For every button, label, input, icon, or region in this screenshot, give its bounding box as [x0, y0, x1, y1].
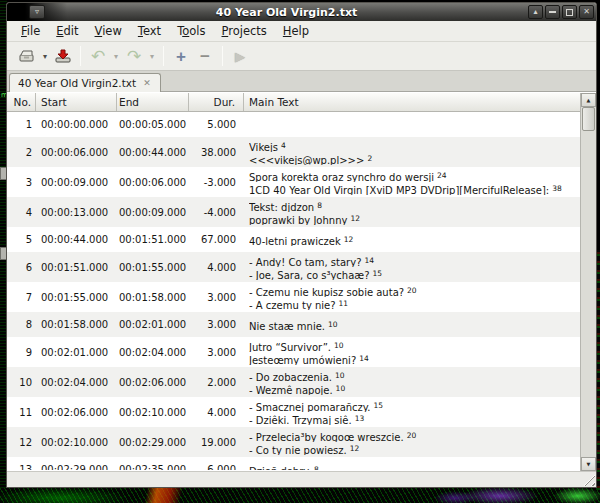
table-row[interactable]: 1100:02:06.00000:02:10.0004.000- Smaczne…	[7, 397, 580, 427]
cell-start: 00:02:29.000	[36, 464, 117, 470]
close-button[interactable]: ✕	[579, 5, 594, 19]
menu-tools[interactable]: Tools	[169, 22, 213, 40]
titlebar[interactable]: ▿ 40 Year Old Virgin2.txt ▴ ✕	[7, 3, 596, 21]
table-row[interactable]: 1300:02:29.00000:02:35.0006.000Dzieñ dob…	[7, 457, 580, 470]
cell-end: 00:01:51.000	[117, 234, 189, 245]
table-row[interactable]: 100:00:00.00000:00:05.0005.000	[7, 112, 580, 137]
cell-no: 6	[7, 262, 36, 273]
subtitle-table: No.StartEndDur.Main Text 100:00:00.00000…	[7, 92, 596, 471]
cell-end: 00:02:35.000	[117, 464, 189, 470]
cell-start: 00:00:06.000	[36, 147, 117, 158]
subtitle-table-body[interactable]: 100:00:00.00000:00:05.0005.000200:00:06.…	[7, 112, 580, 470]
table-row[interactable]: 600:01:51.00000:01:55.0004.000- Andy! Co…	[7, 252, 580, 282]
maximize-button[interactable]	[562, 5, 577, 19]
menu-help[interactable]: Help	[275, 22, 317, 40]
shade-button[interactable]: ▴	[528, 5, 543, 19]
cell-no: 11	[7, 407, 36, 418]
cell-end: 00:00:06.000	[117, 177, 189, 188]
tab-close-icon[interactable]: ✕	[143, 78, 151, 88]
cell-end: 00:00:05.000	[117, 119, 189, 130]
cell-dur: 4.000	[189, 262, 244, 273]
tab-current-file[interactable]: 40 Year Old Virgin2.txt ✕	[9, 73, 161, 92]
table-row[interactable]: 800:01:58.00000:02:01.0003.000Nie staæ m…	[7, 312, 580, 337]
save-icon	[54, 48, 72, 64]
preview-button[interactable]: ▶	[228, 44, 252, 68]
column-header-no[interactable]: No.	[7, 93, 36, 111]
close-icon: ✕	[583, 7, 590, 16]
cell-no: 8	[7, 319, 36, 330]
menu-text[interactable]: Text	[130, 22, 169, 40]
cell-start: 00:00:00.000	[36, 119, 117, 130]
insert-icon: +	[176, 48, 186, 65]
open-dropdown-button[interactable]: ▾	[39, 44, 51, 68]
undo-button[interactable]: ↶	[86, 44, 110, 68]
window-menu-button[interactable]: ▿	[29, 5, 45, 19]
cell-text: - Czemu nie kupisz sobie auta?20- A czem…	[244, 284, 580, 310]
vertical-scrollbar[interactable]: ▲ ▼	[581, 93, 596, 471]
column-header-dur[interactable]: Dur.	[189, 93, 244, 111]
cell-start: 00:01:51.000	[36, 262, 117, 273]
app-window: ▿ 40 Year Old Virgin2.txt ▴ ✕ FileEditVi…	[6, 2, 597, 488]
menu-file[interactable]: File	[13, 22, 48, 40]
cell-no: 13	[7, 464, 36, 470]
cell-dur: 4.000	[189, 407, 244, 418]
cell-text: - Smacznej pomarañczy.15- Dziêki. Trzyma…	[244, 399, 580, 425]
cell-end: 00:01:58.000	[117, 292, 189, 303]
cell-no: 10	[7, 377, 36, 388]
cell-no: 4	[7, 207, 36, 218]
scroll-up-icon: ▲	[587, 97, 591, 103]
table-row[interactable]: 1000:02:04.00000:02:06.0002.000- Do zoba…	[7, 367, 580, 397]
cell-text: 40-letni prawiczek12	[244, 233, 580, 246]
minimize-button[interactable]	[545, 5, 560, 19]
minimize-icon	[549, 6, 556, 13]
cell-no: 9	[7, 347, 36, 358]
save-button[interactable]	[51, 44, 75, 68]
window-title: 40 Year Old Virgin2.txt	[45, 6, 528, 19]
open-button[interactable]	[15, 44, 39, 68]
menu-projects[interactable]: Projects	[214, 22, 275, 40]
redo-dropdown-button[interactable]: ▾	[146, 44, 158, 68]
shade-icon: ▴	[533, 7, 537, 16]
status-bar	[7, 471, 596, 487]
scrollbar-thumb[interactable]	[582, 107, 595, 131]
table-header: No.StartEndDur.Main Text	[7, 93, 580, 112]
column-header-text[interactable]: Main Text	[244, 93, 580, 111]
scrollbar-track[interactable]	[581, 131, 596, 457]
redo-button[interactable]: ↷	[122, 44, 146, 68]
undo-icon: ↶	[91, 48, 105, 65]
remove-subtitle-button[interactable]: −	[193, 44, 217, 68]
redo-icon: ↷	[127, 48, 141, 65]
column-header-start[interactable]: Start	[36, 93, 117, 111]
cell-text: Vikejs4<<<vikejs@wp.pl>>>2	[244, 139, 580, 165]
scroll-up-button[interactable]: ▲	[581, 93, 596, 107]
cell-end: 00:02:10.000	[117, 407, 189, 418]
column-header-end[interactable]: End	[117, 93, 189, 111]
dropdown-icon: ▾	[150, 52, 154, 61]
cell-end: 00:01:55.000	[117, 262, 189, 273]
table-row[interactable]: 500:00:44.00000:01:51.00067.00040-letni …	[7, 227, 580, 252]
table-row[interactable]: 400:00:13.00000:00:09.000-4.000Tekst: dj…	[7, 197, 580, 227]
table-row[interactable]: 300:00:09.00000:00:06.000-3.000Spora kor…	[7, 167, 580, 197]
cell-end: 00:02:01.000	[117, 319, 189, 330]
table-row[interactable]: 900:02:01.00000:02:04.0003.000Jutro “Sur…	[7, 337, 580, 367]
dropdown-icon: ▾	[114, 52, 118, 61]
cell-text: Spora korekta oraz synchro do wersji241C…	[244, 169, 580, 195]
cell-no: 12	[7, 437, 36, 448]
menu-view[interactable]: View	[87, 22, 130, 40]
table-row[interactable]: 700:01:55.00000:01:58.0003.000- Czemu ni…	[7, 282, 580, 312]
menu-edit[interactable]: Edit	[48, 22, 86, 40]
cell-dur: 3.000	[189, 347, 244, 358]
cell-dur: 67.000	[189, 234, 244, 245]
table-row[interactable]: 1200:02:10.00000:02:29.00019.000- Przele…	[7, 427, 580, 457]
cell-text: Dzieñ dobry.8	[244, 463, 580, 470]
cell-no: 5	[7, 234, 36, 245]
cell-text: Jutro “Survivor”.10Jesteœmy umówieni?14	[244, 339, 580, 365]
cell-start: 00:00:13.000	[36, 207, 117, 218]
scroll-down-button[interactable]: ▼	[581, 457, 596, 471]
cell-end: 00:00:09.000	[117, 207, 189, 218]
table-row[interactable]: 200:00:06.00000:00:44.00038.000Vikejs4<<…	[7, 137, 580, 167]
cell-start: 00:00:09.000	[36, 177, 117, 188]
undo-dropdown-button[interactable]: ▾	[110, 44, 122, 68]
resize-grip[interactable]	[582, 473, 595, 486]
insert-subtitle-button[interactable]: +	[169, 44, 193, 68]
